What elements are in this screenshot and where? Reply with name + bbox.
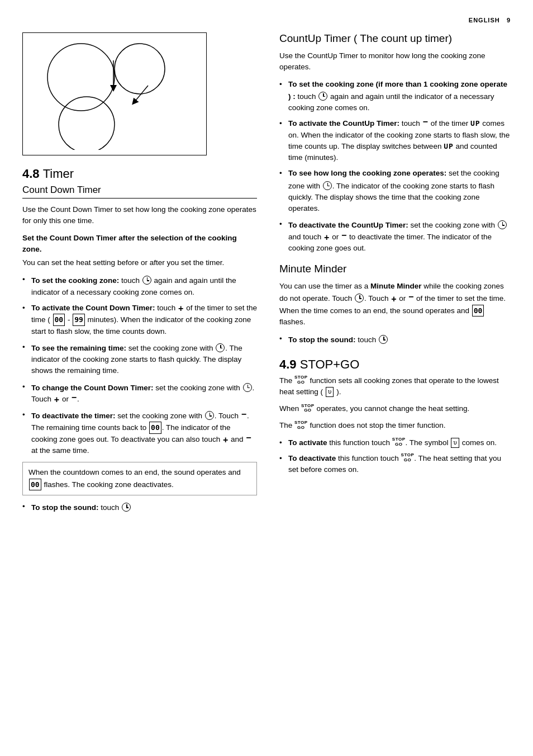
countdown-bold-instruction: Set the Count Down Timer after the selec… — [22, 233, 257, 256]
list-item: To set the cooking zone: touch again and… — [22, 274, 257, 298]
plus-icon: + — [223, 436, 228, 445]
countdown-intro: Use the Count Down Timer to set how long… — [22, 204, 257, 227]
cooktop-svg — [31, 38, 198, 150]
svg-point-1 — [115, 44, 165, 94]
plus-icon: + — [54, 395, 59, 404]
u-icon: υ — [326, 387, 334, 398]
section-48-title: 4.8 Timer — [22, 167, 257, 181]
list-item: To activate this function touch STOPGO. … — [279, 437, 511, 448]
minuteminder-stop-list: To stop the sound: touch — [279, 333, 511, 346]
countup-bullets: To set the cooking zone (if more than 1 … — [279, 79, 511, 254]
page-number: 9 — [507, 17, 511, 23]
section-49-title: 4.9 STOP+GO — [279, 357, 511, 372]
plus-icon: + — [178, 304, 183, 313]
list-item: To stop the sound: touch — [279, 333, 511, 346]
cooktop-diagram — [22, 32, 207, 155]
minus-icon: − — [341, 231, 346, 240]
minuteminder-title: Minute Minder — [279, 263, 511, 277]
countdown-notice: When the countdown comes to an end, the … — [22, 462, 257, 495]
countup-intro: Use the CountUp Timer to monitor how lon… — [279, 50, 511, 73]
timer-icon — [498, 220, 507, 229]
zero-icon: 00 — [472, 305, 484, 317]
countdown-title: Count Down Timer — [22, 185, 257, 199]
zero-icon: 00 — [29, 479, 41, 491]
minus-icon: − — [246, 433, 251, 442]
countdown-sub-intro: You can set the heat setting before or a… — [22, 257, 257, 268]
stopgo-intro3: The STOPGO function does not stop the ti… — [279, 420, 511, 431]
minus-icon: − — [72, 393, 77, 402]
plus-icon: + — [324, 233, 329, 242]
section-49-container: 4.9 STOP+GO The STOPGO function sets all… — [279, 357, 511, 476]
stopgo-icon: STOPGO — [294, 420, 308, 431]
page-container: ENGLISH 9 — [0, 0, 533, 756]
language-label: ENGLISH — [469, 17, 500, 23]
stopgo-icon: STOPGO — [392, 437, 406, 447]
minus-icon: − — [408, 292, 413, 301]
list-item: To set the cooking zone (if more than 1 … — [279, 79, 511, 114]
list-item: To activate the CountUp Timer: touch − o… — [279, 118, 511, 163]
ninenine-icon: 99 — [73, 314, 85, 326]
u-icon: υ — [451, 438, 459, 448]
zero-icon: 00 — [53, 314, 65, 326]
stopgo-bullets: To activate this function touch STOPGO. … — [279, 437, 511, 476]
list-item: To stop the sound: touch — [22, 501, 257, 513]
right-column: CountUp Timer ( The count up timer) Use … — [279, 32, 511, 739]
list-item: To see the remaining time: set the cooki… — [22, 342, 257, 377]
list-item: To deactivate the CountUp Timer: set the… — [279, 219, 511, 254]
minuteminder-intro: You can use the timer as a Minute Minder… — [279, 281, 511, 328]
list-item: To deactivate this function touch STOPGO… — [279, 453, 511, 476]
top-bar: ENGLISH 9 — [22, 17, 511, 23]
svg-point-0 — [47, 44, 115, 111]
minus-icon: − — [241, 410, 246, 419]
minus-icon: − — [423, 117, 428, 126]
stop-sound-list: To stop the sound: touch — [22, 501, 257, 513]
list-item: To activate the Count Down Timer: touch … — [22, 303, 257, 337]
countup-title: CountUp Timer ( The count up timer) — [279, 32, 511, 47]
timer-icon — [142, 276, 151, 285]
list-item: To deactivate the timer: set the cooking… — [22, 409, 257, 456]
list-item: To see how long the cooking zone operate… — [279, 168, 511, 214]
zero-icon: 00 — [149, 422, 161, 434]
svg-point-2 — [59, 97, 115, 150]
timer-icon — [205, 411, 214, 420]
stopgo-icon: STOPGO — [294, 375, 308, 385]
plus-icon: + — [391, 295, 396, 304]
stopgo-intro1: The STOPGO function sets all cooking zon… — [279, 375, 511, 398]
left-column: 4.8 Timer Count Down Timer Use the Count… — [22, 32, 257, 739]
timer-icon — [216, 343, 225, 352]
timer-icon — [379, 335, 388, 344]
timer-icon — [323, 181, 332, 190]
content-columns: 4.8 Timer Count Down Timer Use the Count… — [22, 32, 511, 739]
timer-icon — [318, 92, 327, 101]
timer-icon — [355, 294, 364, 303]
timer-icon — [243, 383, 252, 392]
list-item: To change the Count Down Timer: set the … — [22, 381, 257, 405]
stopgo-intro2: When STOPGO operates, you cannot change … — [279, 403, 511, 414]
timer-icon — [122, 503, 131, 512]
countdown-bullets: To set the cooking zone: touch again and… — [22, 274, 257, 456]
stopgo-icon: STOPGO — [401, 453, 415, 463]
stopgo-icon: STOPGO — [301, 404, 315, 414]
